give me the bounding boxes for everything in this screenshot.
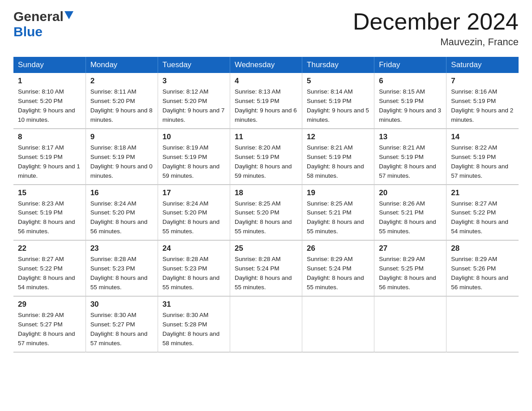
day-cell: 26Sunrise: 8:29 AMSunset: 5:24 PMDayligh… [302,240,374,296]
day-cell: 8Sunrise: 8:17 AMSunset: 5:19 PMDaylight… [13,128,86,184]
day-info: Sunrise: 8:29 AMSunset: 5:25 PMDaylight:… [379,256,436,291]
header-row: SundayMondayTuesdayWednesdayThursdayFrid… [13,57,519,73]
day-number: 15 [18,188,81,197]
day-number: 7 [451,77,514,86]
day-cell: 28Sunrise: 8:29 AMSunset: 5:26 PMDayligh… [446,240,519,296]
day-number: 5 [307,77,369,86]
day-cell: 2Sunrise: 8:11 AMSunset: 5:20 PMDaylight… [86,73,158,128]
day-cell: 9Sunrise: 8:18 AMSunset: 5:19 PMDaylight… [86,128,158,184]
day-info: Sunrise: 8:26 AMSunset: 5:21 PMDaylight:… [379,200,436,235]
day-number: 14 [451,133,514,141]
day-cell: 1Sunrise: 8:10 AMSunset: 5:20 PMDaylight… [13,73,86,128]
day-cell: 10Sunrise: 8:19 AMSunset: 5:19 PMDayligh… [158,128,230,184]
day-cell: 21Sunrise: 8:27 AMSunset: 5:22 PMDayligh… [446,184,519,240]
page-title: December 2024 [353,9,519,34]
day-number: 6 [379,77,442,86]
day-info: Sunrise: 8:29 AMSunset: 5:24 PMDaylight:… [307,256,364,291]
day-number: 22 [18,244,81,253]
day-info: Sunrise: 8:11 AMSunset: 5:20 PMDaylight:… [90,88,153,123]
day-info: Sunrise: 8:24 AMSunset: 5:20 PMDaylight:… [90,200,148,235]
day-info: Sunrise: 8:28 AMSunset: 5:23 PMDaylight:… [163,256,220,291]
day-number: 23 [90,244,153,253]
day-info: Sunrise: 8:28 AMSunset: 5:23 PMDaylight:… [90,256,148,291]
day-info: Sunrise: 8:27 AMSunset: 5:22 PMDaylight:… [18,256,75,291]
day-cell: 19Sunrise: 8:25 AMSunset: 5:21 PMDayligh… [302,184,374,240]
day-cell: 30Sunrise: 8:30 AMSunset: 5:27 PMDayligh… [86,296,158,352]
day-number: 12 [307,133,369,141]
header-cell-friday: Friday [374,57,446,73]
day-cell: 16Sunrise: 8:24 AMSunset: 5:20 PMDayligh… [86,184,158,240]
location-subtitle: Mauvezin, France [353,36,519,48]
day-cell: 3Sunrise: 8:12 AMSunset: 5:20 PMDaylight… [158,73,230,128]
logo-arrow-icon [64,11,73,20]
day-cell [374,296,446,352]
day-info: Sunrise: 8:29 AMSunset: 5:27 PMDaylight:… [18,312,75,347]
day-number: 16 [90,188,153,197]
day-info: Sunrise: 8:18 AMSunset: 5:19 PMDaylight:… [90,144,153,179]
day-info: Sunrise: 8:24 AMSunset: 5:20 PMDaylight:… [163,200,220,235]
header-cell-thursday: Thursday [302,57,374,73]
day-info: Sunrise: 8:19 AMSunset: 5:19 PMDaylight:… [163,144,220,179]
day-cell: 24Sunrise: 8:28 AMSunset: 5:23 PMDayligh… [158,240,230,296]
week-row-2: 8Sunrise: 8:17 AMSunset: 5:19 PMDaylight… [13,128,519,184]
day-cell: 31Sunrise: 8:30 AMSunset: 5:28 PMDayligh… [158,296,230,352]
day-cell [446,296,519,352]
logo-blue: Blue [13,24,43,39]
svg-marker-0 [64,11,73,19]
day-number: 18 [235,188,297,197]
day-info: Sunrise: 8:30 AMSunset: 5:28 PMDaylight:… [163,312,220,347]
week-row-4: 22Sunrise: 8:27 AMSunset: 5:22 PMDayligh… [13,240,519,296]
day-cell: 20Sunrise: 8:26 AMSunset: 5:21 PMDayligh… [374,184,446,240]
day-number: 13 [379,133,442,141]
day-number: 24 [163,244,225,253]
day-info: Sunrise: 8:29 AMSunset: 5:26 PMDaylight:… [451,256,508,291]
header-cell-tuesday: Tuesday [158,57,230,73]
day-number: 17 [163,188,225,197]
header-cell-sunday: Sunday [13,57,86,73]
day-number: 19 [307,188,369,197]
day-cell: 14Sunrise: 8:22 AMSunset: 5:19 PMDayligh… [446,128,519,184]
day-cell: 12Sunrise: 8:21 AMSunset: 5:19 PMDayligh… [302,128,374,184]
day-info: Sunrise: 8:27 AMSunset: 5:22 PMDaylight:… [451,200,508,235]
week-row-3: 15Sunrise: 8:23 AMSunset: 5:19 PMDayligh… [13,184,519,240]
day-cell: 6Sunrise: 8:15 AMSunset: 5:19 PMDaylight… [374,73,446,128]
day-number: 9 [90,133,153,141]
calendar-body: 1Sunrise: 8:10 AMSunset: 5:20 PMDaylight… [13,73,519,352]
day-info: Sunrise: 8:30 AMSunset: 5:27 PMDaylight:… [90,312,148,347]
week-row-1: 1Sunrise: 8:10 AMSunset: 5:20 PMDaylight… [13,73,519,128]
day-number: 20 [379,188,442,197]
day-info: Sunrise: 8:13 AMSunset: 5:19 PMDaylight:… [235,88,297,123]
day-cell: 27Sunrise: 8:29 AMSunset: 5:25 PMDayligh… [374,240,446,296]
day-cell: 15Sunrise: 8:23 AMSunset: 5:19 PMDayligh… [13,184,86,240]
day-info: Sunrise: 8:20 AMSunset: 5:19 PMDaylight:… [235,144,292,179]
day-cell: 17Sunrise: 8:24 AMSunset: 5:20 PMDayligh… [158,184,230,240]
day-cell: 22Sunrise: 8:27 AMSunset: 5:22 PMDayligh… [13,240,86,296]
header-cell-wednesday: Wednesday [230,57,302,73]
day-info: Sunrise: 8:17 AMSunset: 5:19 PMDaylight:… [18,144,80,179]
day-number: 8 [18,133,81,141]
day-cell: 13Sunrise: 8:21 AMSunset: 5:19 PMDayligh… [374,128,446,184]
day-info: Sunrise: 8:10 AMSunset: 5:20 PMDaylight:… [18,88,75,123]
day-info: Sunrise: 8:15 AMSunset: 5:19 PMDaylight:… [379,88,441,123]
day-number: 31 [163,300,225,309]
logo-general: General [13,9,64,24]
day-info: Sunrise: 8:16 AMSunset: 5:19 PMDaylight:… [451,88,513,123]
day-info: Sunrise: 8:22 AMSunset: 5:19 PMDaylight:… [451,144,508,179]
calendar-table: SundayMondayTuesdayWednesdayThursdayFrid… [13,57,519,352]
day-cell: 5Sunrise: 8:14 AMSunset: 5:19 PMDaylight… [302,73,374,128]
day-number: 21 [451,188,514,197]
day-number: 2 [90,77,153,86]
title-block: December 2024 Mauvezin, France [353,9,519,48]
day-cell: 23Sunrise: 8:28 AMSunset: 5:23 PMDayligh… [86,240,158,296]
header-cell-monday: Monday [86,57,158,73]
week-row-5: 29Sunrise: 8:29 AMSunset: 5:27 PMDayligh… [13,296,519,352]
day-number: 11 [235,133,297,141]
day-cell: 7Sunrise: 8:16 AMSunset: 5:19 PMDaylight… [446,73,519,128]
day-info: Sunrise: 8:14 AMSunset: 5:19 PMDaylight:… [307,88,369,123]
day-number: 28 [451,244,514,253]
day-number: 3 [163,77,225,86]
day-number: 1 [18,77,81,86]
day-number: 25 [235,244,297,253]
day-info: Sunrise: 8:12 AMSunset: 5:20 PMDaylight:… [163,88,225,123]
day-info: Sunrise: 8:23 AMSunset: 5:19 PMDaylight:… [18,200,75,235]
